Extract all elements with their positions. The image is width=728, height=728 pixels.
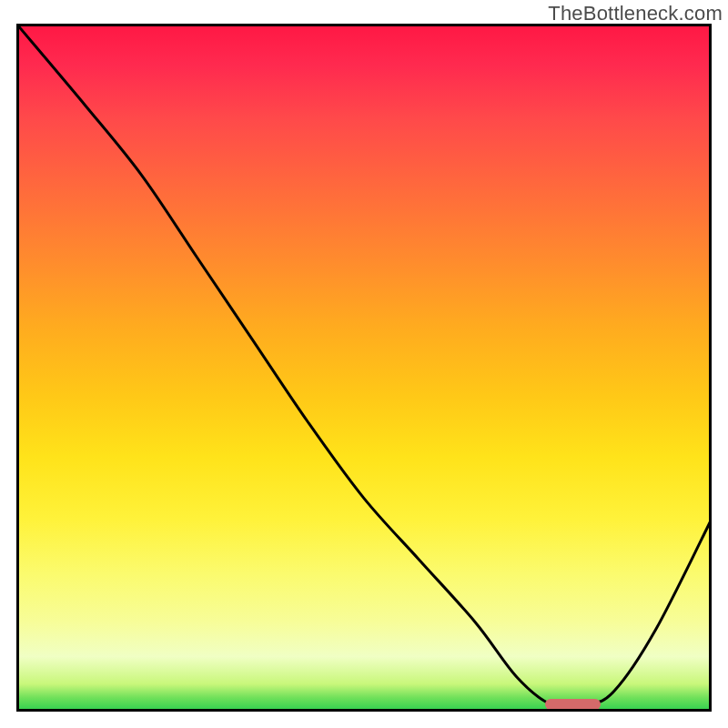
optimal-range-marker <box>545 699 601 710</box>
chart-container: TheBottleneck.com <box>0 0 728 728</box>
plot-area <box>16 24 712 712</box>
bottleneck-curve <box>16 24 712 712</box>
watermark-text: TheBottleneck.com <box>548 2 723 25</box>
